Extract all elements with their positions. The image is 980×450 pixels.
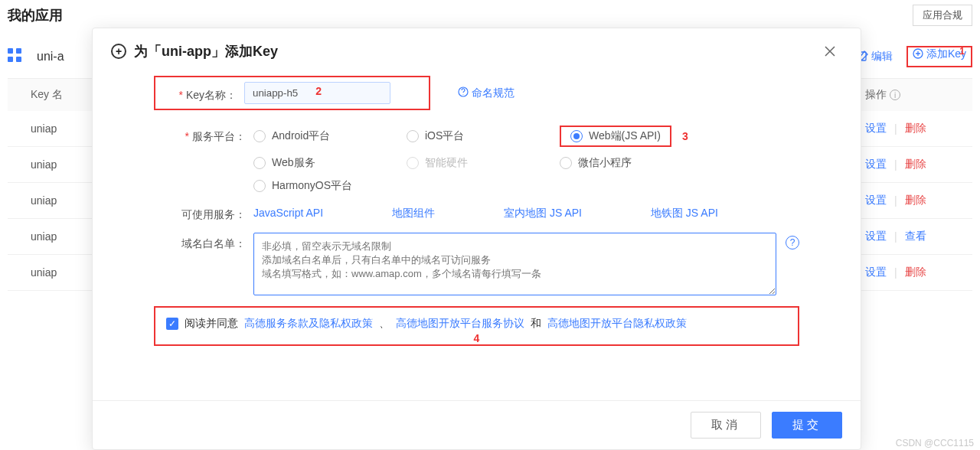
row-op-set[interactable]: 设置 (865, 158, 891, 171)
service-link[interactable]: 室内地图 JS API (504, 207, 582, 220)
agree-checkbox[interactable]: ✓ (166, 318, 178, 330)
row-op-second[interactable]: 删除 (900, 158, 926, 171)
platform-wxmini[interactable]: 微信小程序 (560, 156, 713, 170)
platform-ios[interactable]: iOS平台 (407, 129, 560, 143)
naming-spec-link[interactable]: 命名规范 (458, 86, 514, 100)
terms-link-3[interactable]: 高德地图开放平台隐私权政策 (547, 317, 687, 331)
add-key-button[interactable]: 添加Key (913, 47, 966, 61)
platform-android[interactable]: Android平台 (253, 129, 407, 143)
annotation-marker-2: 2 (315, 85, 322, 97)
info-icon: i (890, 90, 900, 100)
svg-rect-1 (16, 48, 21, 54)
modal-title: + 为「uni-app」添加Key (111, 42, 278, 60)
compliance-button[interactable]: 应用合规 (913, 5, 972, 26)
row-op-set[interactable]: 设置 (865, 122, 891, 135)
service-link[interactable]: 地图组件 (392, 207, 435, 220)
app-name: uni-a (37, 50, 64, 64)
annotation-marker-3: 3 (682, 130, 688, 142)
row-op-set[interactable]: 设置 (865, 194, 891, 207)
help-icon[interactable]: ? (786, 236, 799, 249)
page-title: 我的应用 (8, 6, 63, 24)
row-op-set[interactable]: 设置 (865, 266, 891, 279)
cancel-button[interactable]: 取消 (691, 412, 761, 439)
row-op-second[interactable]: 删除 (900, 266, 926, 279)
terms-link-2[interactable]: 高德地图开放平台服务协议 (396, 317, 524, 331)
watermark: CSDN @CCC1115 (896, 438, 974, 448)
annotation-marker-4: 4 (474, 332, 480, 344)
close-icon[interactable] (821, 42, 839, 60)
platform-websvc[interactable]: Web服务 (253, 156, 407, 170)
app-grid-icon (8, 48, 21, 66)
platform-harmony[interactable]: HarmonyOS平台 (253, 179, 407, 193)
annotation-box-2: *Key名称： 2 (154, 76, 430, 110)
add-key-modal: + 为「uni-app」添加Key *Key名称： 2 命名规范 *服务平台： … (92, 28, 861, 450)
row-op-second[interactable]: 查看 (900, 230, 926, 243)
whitelist-textarea[interactable] (253, 233, 776, 295)
row-op-set[interactable]: 设置 (865, 230, 891, 243)
svg-rect-0 (8, 48, 13, 54)
row-op-second[interactable]: 删除 (900, 122, 926, 135)
annotation-marker-1: 1 (959, 46, 965, 57)
service-link[interactable]: JavaScript API (253, 207, 323, 220)
annotation-box-3: Web端(JS API) (560, 126, 671, 147)
platform-smarthw: 智能硬件 (407, 156, 560, 170)
svg-rect-2 (8, 57, 13, 62)
svg-rect-3 (16, 57, 21, 62)
question-circle-icon (458, 86, 469, 99)
row-op-second[interactable]: 删除 (900, 194, 926, 207)
edit-app-button[interactable]: 编辑 (858, 50, 893, 64)
submit-button[interactable]: 提交 (772, 412, 842, 439)
annotation-box-4: ✓ 阅读并同意 高德服务条款及隐私权政策 、 高德地图开放平台服务协议 和 高德… (154, 306, 799, 346)
plus-circle-icon: + (111, 44, 126, 59)
terms-link-1[interactable]: 高德服务条款及隐私权政策 (244, 317, 373, 331)
plus-circle-icon (913, 48, 923, 61)
platform-webjs[interactable]: Web端(JS API) (570, 129, 661, 143)
service-link[interactable]: 地铁图 JS API (651, 207, 718, 220)
